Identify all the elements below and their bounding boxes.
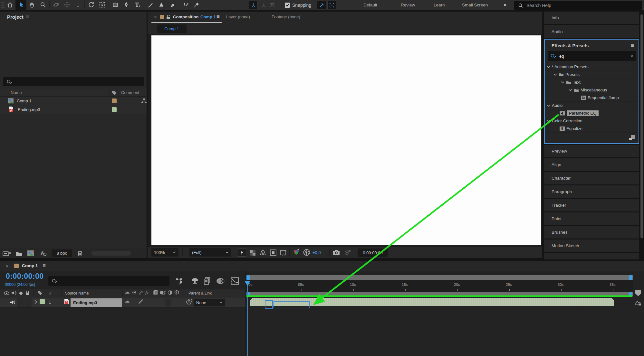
orbit-camera-tool-button[interactable] <box>51 0 62 10</box>
viewer-tab-comp-name[interactable]: Comp 1 <box>200 14 216 19</box>
exposure-icon[interactable] <box>303 248 311 256</box>
footage-viewer-tab[interactable]: Footage (none) <box>272 14 300 19</box>
timeline-search-field[interactable] <box>48 276 169 286</box>
comp-mini-flowchart-icon[interactable] <box>176 277 184 285</box>
layer-lock-cell[interactable] <box>24 298 32 307</box>
label-color-chip[interactable] <box>112 98 117 103</box>
draft-3d-icon[interactable] <box>191 277 199 285</box>
tree-item-sequential-jump[interactable]: fx Sequential Jump <box>545 94 639 102</box>
adjustment-layer-icon[interactable] <box>168 290 172 295</box>
close-tab-icon[interactable]: × <box>154 14 157 20</box>
effects-presets-title[interactable]: Effects & Presets <box>552 43 589 48</box>
layer-shy-icon[interactable] <box>125 299 130 304</box>
column-header-comment[interactable]: Comment <box>121 90 139 95</box>
layer-quality-icon[interactable] <box>138 299 143 304</box>
graph-editor-icon[interactable] <box>231 277 239 285</box>
motion-blur-icon[interactable] <box>216 277 225 285</box>
grid-guides-icon[interactable] <box>280 249 287 256</box>
type-tool-button[interactable]: T <box>132 0 143 10</box>
effects-presets-menu-icon[interactable]: ≡ <box>631 43 634 48</box>
roto-brush-tool-button[interactable] <box>180 0 191 10</box>
channels-icon[interactable] <box>293 248 300 257</box>
layer-audio-enabled-icon[interactable] <box>10 300 15 305</box>
snapping-checkbox[interactable] <box>285 3 290 8</box>
motion-blur-column-icon[interactable] <box>160 290 166 295</box>
color-depth-icon[interactable] <box>39 250 47 257</box>
column-header-source-name[interactable]: Source Name <box>65 291 89 295</box>
close-tab-icon[interactable]: × <box>6 263 9 269</box>
pan-camera-tool-button[interactable] <box>62 0 72 10</box>
layer-label-color-chip[interactable] <box>40 299 45 304</box>
tree-item-audio-category[interactable]: Audio <box>545 102 639 109</box>
collapse-transformations-icon[interactable] <box>132 290 137 295</box>
transparency-grid-icon[interactable] <box>249 249 256 256</box>
tree-item-equalize[interactable]: 8 Equalize <box>545 125 639 133</box>
character-panel-tab[interactable]: Character <box>544 172 639 184</box>
clear-search-icon[interactable]: × <box>630 53 633 59</box>
help-search-field[interactable]: Search Help <box>514 1 642 10</box>
playhead-marker[interactable] <box>244 281 251 286</box>
resolution-dropdown[interactable]: (Full) <box>189 248 231 257</box>
selection-tool-button[interactable] <box>15 0 26 10</box>
parent-pickwhip-icon[interactable] <box>186 299 192 305</box>
solo-icon[interactable] <box>19 291 23 295</box>
snap-features-button[interactable] <box>327 1 336 9</box>
tree-item-text[interactable]: Text <box>545 79 639 86</box>
layer-solo-cell[interactable] <box>17 298 24 307</box>
rectangle-tool-button[interactable] <box>110 0 121 10</box>
new-folder-icon[interactable] <box>15 250 23 256</box>
workspace-tab-small-screen[interactable]: Small Screen <box>460 3 490 7</box>
project-panel-title[interactable]: Project <box>7 14 24 20</box>
comp-subtab[interactable]: Comp 1 <box>157 24 187 33</box>
workspace-tab-default[interactable]: Default <box>361 3 379 7</box>
audio-panel-tab[interactable]: Audio <box>544 25 639 38</box>
workspace-overflow-chevrons[interactable]: » <box>504 2 506 8</box>
audio-speaker-icon[interactable] <box>11 290 16 295</box>
bpc-button[interactable]: 8 bpc <box>52 249 72 257</box>
show-snapshot-icon[interactable] <box>343 249 351 256</box>
pen-tool-button[interactable] <box>121 0 132 10</box>
puppet-pin-tool-button[interactable] <box>191 0 202 10</box>
timeline-tab-menu-icon[interactable]: ≡ <box>43 263 46 268</box>
view-axis-icon[interactable] <box>269 2 276 8</box>
effects-search-field[interactable]: eq × <box>548 51 636 61</box>
project-item-name[interactable]: Ending.mp3 <box>18 107 40 112</box>
parent-dropdown[interactable]: None <box>194 299 225 306</box>
workspace-tab-review[interactable]: Review <box>399 3 417 7</box>
tracker-panel-tab[interactable]: Tracker <box>544 199 639 211</box>
shy-icon[interactable] <box>125 290 130 295</box>
quality-icon[interactable] <box>139 290 143 295</box>
layer-viewer-tab[interactable]: Layer (none) <box>226 14 250 19</box>
tree-item-parametric-eq[interactable]: Parametric EQ <box>545 109 639 117</box>
frame-blend-column-icon[interactable] <box>153 290 158 295</box>
work-area-bar[interactable] <box>246 292 633 296</box>
current-time-indicator-line[interactable] <box>247 281 248 356</box>
eraser-tool-button[interactable] <box>167 0 178 10</box>
rotation-tool-button[interactable] <box>86 0 97 10</box>
layer-adjustment-cell[interactable] <box>165 299 171 306</box>
paint-panel-tab[interactable]: Paint <box>544 212 639 225</box>
time-ruler[interactable] <box>246 280 633 292</box>
timeline-tab-label[interactable]: Comp 1 <box>22 263 38 268</box>
toolbar-grip[interactable] <box>1 1 5 9</box>
frame-blend-icon[interactable] <box>204 277 211 285</box>
project-item-name[interactable]: Comp 1 <box>17 98 32 103</box>
info-panel-tab[interactable]: Info <box>544 12 639 24</box>
snapshot-camera-icon[interactable] <box>332 249 340 256</box>
home-tool-button[interactable] <box>5 0 15 10</box>
stamp-tool-button[interactable] <box>156 0 167 10</box>
motion-sketch-panel-tab[interactable]: Motion Sketch <box>544 239 639 252</box>
tree-item-presets[interactable]: Presets <box>545 71 639 79</box>
lock-icon[interactable] <box>25 290 30 295</box>
label-color-chip[interactable] <box>112 107 117 112</box>
time-navigator-end-handle[interactable] <box>629 275 632 280</box>
project-scroll-pill[interactable] <box>91 251 131 256</box>
mask-visibility-icon[interactable] <box>259 249 267 256</box>
exposure-value[interactable]: +0,0 <box>312 250 321 255</box>
column-header-name[interactable]: Name <box>11 90 22 95</box>
unlock-icon[interactable] <box>166 14 170 19</box>
comp-marker-icon[interactable] <box>635 290 641 297</box>
time-navigator-bar[interactable] <box>246 275 633 280</box>
zoom-tool-button[interactable] <box>37 0 48 10</box>
label-column-tag-icon[interactable] <box>111 90 117 95</box>
